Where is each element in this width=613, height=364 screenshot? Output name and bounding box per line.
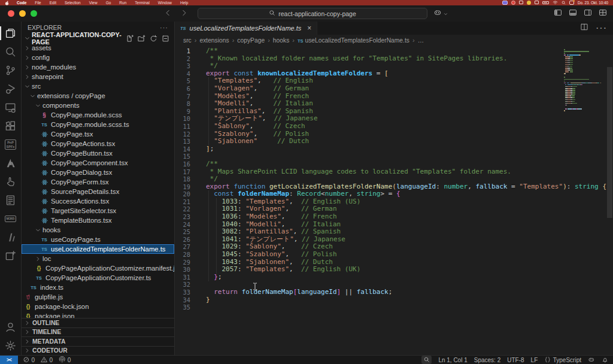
file-package.json[interactable]: {}package.json xyxy=(22,311,174,318)
section-timeline[interactable]: TIMELINE xyxy=(22,327,174,337)
app-indicator-yellow[interactable] xyxy=(527,1,531,5)
app-indicator-gray[interactable] xyxy=(535,1,539,5)
activitybar-document-preview[interactable] xyxy=(0,191,22,210)
file-CopyPageComponent.tsx[interactable]: CopyPageComponent.tsx xyxy=(22,158,174,168)
zoom-indicator[interactable] xyxy=(421,356,432,364)
menubar-clock[interactable]: Do. 23. Okt. 10:40 xyxy=(578,1,608,5)
close-tab-icon[interactable]: × xyxy=(307,24,311,32)
menu-selection[interactable]: Selection xyxy=(60,1,85,5)
toggle-secondary-sidebar-icon[interactable] xyxy=(584,8,592,19)
breadcrumb-item[interactable]: TS useLocalizedTemplatesFolderName.ts xyxy=(298,37,409,44)
toggle-primary-sidebar-icon[interactable] xyxy=(554,8,562,19)
code-line-35[interactable]: 35 xyxy=(175,304,613,311)
split-editor-icon[interactable] xyxy=(580,23,588,34)
menu-file[interactable]: File xyxy=(31,1,45,5)
file-CopyPageActions.tsx[interactable]: CopyPageActions.tsx xyxy=(22,139,174,148)
activitybar-azure[interactable] xyxy=(0,154,22,172)
language-mode[interactable]: TypeScript xyxy=(544,356,581,363)
activitybar-plugin-dark[interactable] xyxy=(0,228,22,247)
file-TemplateButtons.tsx[interactable]: TemplateButtons.tsx xyxy=(22,216,174,225)
notifications[interactable] xyxy=(602,356,609,363)
code-line-13[interactable]: 13 "Sjablonen" // Dutch xyxy=(175,138,613,145)
code-line-34[interactable]: 34} xyxy=(175,296,613,304)
activitybar-settings[interactable] xyxy=(0,336,22,355)
breadcrumb-item[interactable]: hooks xyxy=(273,37,289,44)
code-editor[interactable]: 1/**2 * Known localized folder names use… xyxy=(175,46,613,355)
code-line-31[interactable]: 31 }; xyxy=(175,274,613,281)
screen-share-indicator[interactable] xyxy=(502,1,508,5)
file-CopyPageApplicationCustomizer.manifest.json[interactable]: {}CopyPageApplicationCustomizer.manifest… xyxy=(22,263,174,273)
toggle-panel-icon[interactable] xyxy=(569,8,577,19)
folder-sharepoint[interactable]: sharepoint xyxy=(22,72,174,81)
refresh-icon[interactable] xyxy=(150,35,157,43)
recording-indicator[interactable] xyxy=(511,1,515,5)
encoding[interactable]: UTF-8 xyxy=(507,357,524,363)
navigate-back-button[interactable] xyxy=(164,8,172,19)
file-CopyPageButton.tsx[interactable]: CopyPageButton.tsx xyxy=(22,148,174,158)
code-line-2[interactable]: 2 * Known localized folder names used fo… xyxy=(175,55,613,63)
activitybar-m365[interactable]: M365 xyxy=(0,210,22,228)
activitybar-pnp-spfx[interactable]: PnPSPFx xyxy=(0,135,22,154)
activitybar-accounts[interactable] xyxy=(0,318,22,336)
customize-layout-icon[interactable] xyxy=(599,8,607,19)
input-source-icon[interactable] xyxy=(519,1,523,5)
folder-src[interactable]: src xyxy=(22,81,174,91)
file-package-lock.json[interactable]: {}package-lock.json xyxy=(22,302,174,311)
code-line-14[interactable]: 14]; xyxy=(175,145,613,153)
copilot-status[interactable] xyxy=(588,356,595,363)
indentation[interactable]: Spaces: 2 xyxy=(474,357,500,363)
code-line-17[interactable]: 17 * Maps SharePoint LCID language codes… xyxy=(175,168,613,176)
activitybar-explorer[interactable] xyxy=(0,24,22,43)
code-line-33[interactable]: 33 return folderNameMap[languageId] || f… xyxy=(175,289,613,296)
breadcrumb-item[interactable]: src xyxy=(183,37,192,44)
minimap[interactable] xyxy=(564,49,603,114)
breadcrumb-item[interactable]: extensions xyxy=(199,37,229,44)
file-CopyPageForm.tsx[interactable]: CopyPageForm.tsx xyxy=(22,177,174,187)
errors-indicator[interactable]: 0 xyxy=(23,356,35,363)
breadcrumb-item[interactable]: copyPage xyxy=(237,37,265,44)
chevron-down-icon[interactable] xyxy=(443,8,448,19)
section-codetour[interactable]: CODETOUR xyxy=(22,346,174,356)
new-file-icon[interactable] xyxy=(126,35,133,43)
cursor-position[interactable]: Ln 1, Col 1 xyxy=(438,357,467,363)
activitybar-extensions[interactable] xyxy=(0,117,22,135)
file-CopyPage.tsx[interactable]: CopyPage.tsx xyxy=(22,129,174,139)
menu-run[interactable]: Run xyxy=(115,1,131,5)
eol[interactable]: LF xyxy=(531,357,538,363)
close-window-button[interactable] xyxy=(8,10,14,17)
more-actions-icon[interactable]: ··· xyxy=(596,23,607,34)
zoom-window-button[interactable] xyxy=(31,10,37,17)
file-SourcePageDetails.tsx[interactable]: SourcePageDetails.tsx xyxy=(22,187,174,196)
breadcrumb-item[interactable]: … xyxy=(418,37,424,44)
file-TargetSiteSelector.tsx[interactable]: TargetSiteSelector.tsx xyxy=(22,206,174,216)
file-useLocalizedTemplatesFolderName.ts[interactable]: TSuseLocalizedTemplatesFolderName.ts xyxy=(22,244,174,254)
command-center-search[interactable]: react-application-copy-page xyxy=(198,8,427,19)
remote-indicator[interactable]: >< xyxy=(0,356,18,364)
file-useCopyPage.ts[interactable]: TSuseCopyPage.ts xyxy=(22,235,174,244)
sidebar-more-actions[interactable]: ··· xyxy=(160,24,168,31)
editor-scrollbar[interactable] xyxy=(607,67,612,218)
menu-view[interactable]: View xyxy=(85,1,102,5)
ports-indicator[interactable]: 0 xyxy=(59,356,71,363)
activitybar-source-control[interactable] xyxy=(0,61,22,80)
code-line-15[interactable]: 15 xyxy=(175,153,613,160)
warnings-indicator[interactable]: 0 xyxy=(41,356,53,363)
section-metadata[interactable]: METADATA xyxy=(22,336,174,346)
folder-config[interactable]: config xyxy=(22,53,174,62)
activitybar-pointer-tool[interactable] xyxy=(0,172,22,191)
folder-hooks[interactable]: hooks xyxy=(22,225,174,235)
section-outline[interactable]: OUTLINE xyxy=(22,318,174,327)
copilot-icon[interactable] xyxy=(433,8,442,19)
file-CopyPage.module.scss[interactable]: §CopyPage.module.scss xyxy=(22,110,174,120)
file-CopyPageDialog.tsx[interactable]: CopyPageDialog.tsx xyxy=(22,168,174,177)
menu-window[interactable]: Window xyxy=(154,1,176,5)
menu-code[interactable]: Code xyxy=(13,1,31,5)
file-gulpfile.js[interactable]: gulpfile.js xyxy=(22,292,174,302)
folder-components[interactable]: components xyxy=(22,101,174,110)
file-CopyPageApplicationCustomizer.ts[interactable]: TSCopyPageApplicationCustomizer.ts xyxy=(22,273,174,283)
activitybar-run-and-debug[interactable] xyxy=(0,80,22,98)
folder-assets[interactable]: assets xyxy=(22,43,174,53)
menu-go[interactable]: Go xyxy=(102,1,116,5)
project-root-folder[interactable]: REACT-APPLICATION-COPY-PAGE xyxy=(22,34,174,43)
wifi-icon[interactable] xyxy=(553,1,558,5)
